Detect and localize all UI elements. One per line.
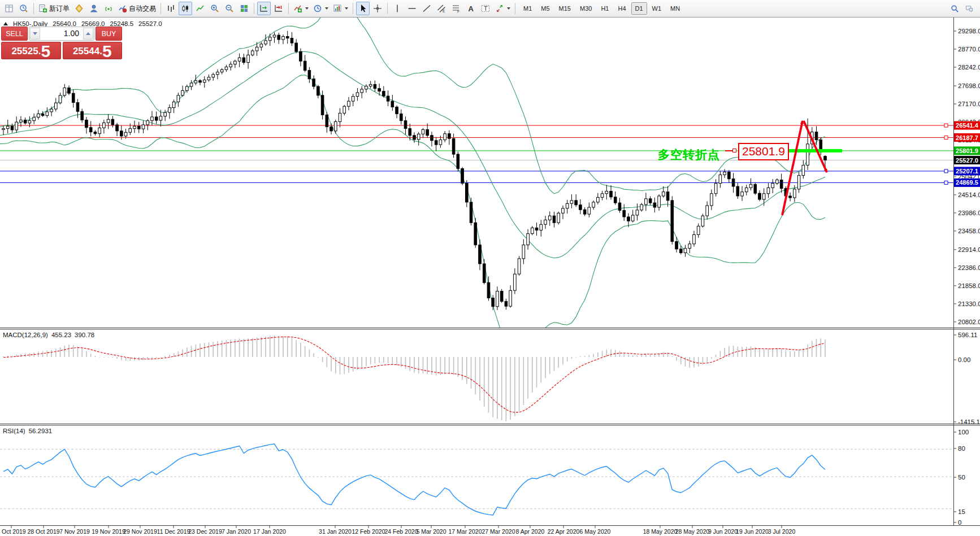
terminal-button[interactable] xyxy=(87,2,101,15)
timeframe-m30[interactable]: M30 xyxy=(576,2,596,15)
candlestick xyxy=(448,134,451,138)
macd-histogram-bar xyxy=(641,355,642,357)
candlestick xyxy=(614,197,617,203)
search-button[interactable] xyxy=(948,2,961,15)
macd-histogram-bar xyxy=(632,355,634,357)
candlestick xyxy=(124,132,127,136)
callout-handle[interactable] xyxy=(732,149,736,152)
chevron-down-icon[interactable] xyxy=(325,7,328,10)
templates-button[interactable] xyxy=(331,2,350,15)
macd-histogram-bar xyxy=(265,337,266,357)
candlestick xyxy=(94,132,97,134)
candlestick xyxy=(413,136,416,140)
chart-bars-button[interactable] xyxy=(164,2,177,15)
zoom-out-button[interactable] xyxy=(223,2,236,15)
timeframe-m1[interactable]: M1 xyxy=(519,2,536,15)
macd-histogram-bar xyxy=(47,351,48,357)
line-handle[interactable] xyxy=(944,124,948,127)
macd-histogram-bar xyxy=(200,344,201,358)
new-order-button[interactable]: 新订单 xyxy=(37,2,71,15)
cursor-button[interactable] xyxy=(356,2,370,15)
search-icon xyxy=(951,5,959,13)
crosshair-button[interactable] xyxy=(371,2,384,15)
timeframe-h1[interactable]: H1 xyxy=(597,2,613,15)
equidistant-channel-button[interactable]: E xyxy=(435,2,448,15)
date-tick-label: 6 May 2020 xyxy=(580,528,611,535)
market-watch-button[interactable] xyxy=(2,2,16,15)
chart-line-button[interactable] xyxy=(193,2,207,15)
pivot-annotation-text[interactable]: 多空转折点 xyxy=(658,147,720,163)
macd-histogram-bar xyxy=(812,341,813,357)
line-handle[interactable] xyxy=(944,136,948,140)
candlestick xyxy=(662,192,665,196)
timeframe-m5[interactable]: M5 xyxy=(537,2,553,15)
chart-shift-button[interactable] xyxy=(272,2,285,15)
trend-arrow[interactable] xyxy=(782,121,803,215)
arrows-button[interactable] xyxy=(493,2,512,15)
macd-histogram-bar xyxy=(558,357,559,368)
candlestick xyxy=(89,128,92,132)
line-handle[interactable] xyxy=(944,169,948,173)
candlestick xyxy=(736,186,739,196)
timeframe-mn[interactable]: MN xyxy=(666,2,684,15)
candlestick xyxy=(238,58,241,61)
volume-decrease-button[interactable] xyxy=(30,28,40,40)
chat-button[interactable] xyxy=(962,2,976,15)
timeframe-m15[interactable]: M15 xyxy=(555,2,575,15)
candlestick xyxy=(404,121,407,129)
indicators-button[interactable] xyxy=(292,2,310,15)
trendline-button[interactable] xyxy=(420,2,433,15)
sell-price[interactable]: 25525.5 xyxy=(1,42,61,59)
sell-button[interactable]: SELL xyxy=(1,27,28,41)
chevron-down-icon[interactable] xyxy=(345,7,348,10)
metaeditor-button[interactable] xyxy=(72,2,86,15)
auto-scroll-button[interactable] xyxy=(257,2,271,15)
candlestick xyxy=(46,112,49,116)
volume-input[interactable]: 1.00 xyxy=(41,27,83,40)
date-tick-label: 22 Apr 2020 xyxy=(548,528,580,535)
text-button[interactable]: A xyxy=(464,2,478,15)
chevron-down-icon[interactable] xyxy=(507,7,510,10)
timeframe-d1[interactable]: D1 xyxy=(631,2,647,15)
periods-button[interactable] xyxy=(311,2,330,15)
one-click-trading-panel: SELL 1.00 BUY 25525.5 25544.5 xyxy=(1,27,122,59)
text-label-button[interactable]: T xyxy=(479,2,492,15)
candlestick xyxy=(701,216,704,226)
buy-price[interactable]: 25544.5 xyxy=(63,42,123,59)
date-tick-label: 18 May 2020 xyxy=(643,528,678,535)
candlestick xyxy=(308,71,311,79)
candlestick xyxy=(37,114,40,117)
timeframe-w1[interactable]: W1 xyxy=(648,2,666,15)
macd-histogram-bar xyxy=(597,352,599,357)
zoom-in-button[interactable] xyxy=(208,2,222,15)
toolbar-separator xyxy=(288,3,289,14)
volume-increase-button[interactable] xyxy=(83,28,93,40)
vertical-line-button[interactable] xyxy=(391,2,404,15)
macd-histogram-bar xyxy=(244,339,245,357)
date-tick-label: 29 Nov 2019 xyxy=(123,528,157,535)
candlestick xyxy=(697,226,700,234)
auto-trading-button[interactable]: 自动交易 xyxy=(116,2,158,15)
macd-histogram-bar xyxy=(129,357,131,361)
signals-button[interactable] xyxy=(102,2,115,15)
date-tick-label: 19 Nov 2019 xyxy=(92,528,125,535)
horizontal-line-button[interactable] xyxy=(405,2,419,15)
chart-candles-button[interactable] xyxy=(179,2,192,15)
tile-windows-button[interactable] xyxy=(237,2,251,15)
price-callout-box[interactable]: 25801.9 xyxy=(738,143,789,160)
collapse-triangle-icon[interactable] xyxy=(3,22,8,25)
price-tick-label: 22914.0 xyxy=(958,246,980,253)
strategy-tester-button[interactable] xyxy=(17,2,31,15)
macd-histogram-bar xyxy=(716,355,717,357)
fibonacci-button[interactable]: F xyxy=(449,2,463,15)
buy-button[interactable]: BUY xyxy=(96,27,122,41)
macd-histogram-bar xyxy=(799,350,800,357)
chevron-down-icon[interactable] xyxy=(305,7,309,10)
timeframe-h4[interactable]: H4 xyxy=(614,2,630,15)
candlestick xyxy=(793,189,796,198)
chart-candles-icon xyxy=(181,4,190,13)
macd-histogram-bar xyxy=(672,356,673,357)
candlestick xyxy=(378,89,381,91)
macd-histogram-bar xyxy=(462,357,463,380)
line-handle[interactable] xyxy=(944,181,948,184)
